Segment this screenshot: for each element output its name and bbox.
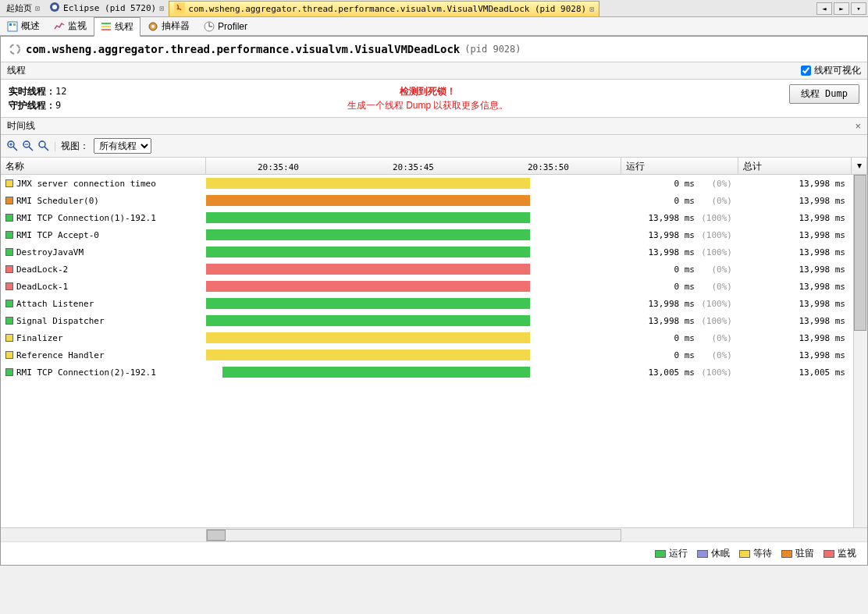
- close-timeline-icon[interactable]: ×: [855, 120, 861, 132]
- zoom-out-icon[interactable]: [23, 140, 34, 151]
- tab-label: 概述: [21, 20, 40, 33]
- tab-sampler[interactable]: 抽样器: [141, 16, 197, 36]
- thread-name: Finalizer: [16, 333, 63, 343]
- thread-bar: [206, 315, 530, 326]
- content-panel: com.wsheng.aggregator.thread.performance…: [0, 36, 868, 566]
- legend-item: 驻留: [781, 547, 814, 560]
- thread-state-icon: [5, 248, 13, 256]
- legend-item: 等待: [739, 547, 772, 560]
- eclipse-icon: [49, 2, 60, 15]
- thread-bar-cell: [206, 348, 621, 362]
- thread-name-cell: Signal Dispatcher: [1, 316, 206, 326]
- vertical-scrollbar[interactable]: [853, 175, 867, 527]
- col-running[interactable]: 运行: [621, 158, 738, 174]
- thread-bar: [206, 264, 530, 275]
- zoom-fit-icon[interactable]: [38, 140, 49, 151]
- thread-bar-cell: [206, 296, 621, 311]
- tab-overview[interactable]: 概述: [0, 16, 47, 36]
- app-tab-start[interactable]: 起始页 ⊠: [2, 1, 44, 16]
- thread-name: Attach Listener: [16, 299, 94, 309]
- tab-threads[interactable]: 线程: [94, 17, 141, 37]
- legend-swatch: [655, 550, 666, 558]
- thread-bar: [206, 178, 530, 189]
- svg-rect-4: [9, 23, 12, 26]
- stats-row: 实时线程：12 守护线程：9 检测到死锁！ 生成一个线程 Dump 以获取更多信…: [1, 80, 867, 117]
- thread-total-cell: 13,998 ms: [738, 213, 852, 223]
- app-tab-eclipse[interactable]: Eclipse (pid 5720) ⊠: [44, 1, 169, 16]
- thread-name-cell: RMI TCP Connection(2)-192.1: [1, 367, 206, 378]
- legend-label: 等待: [753, 547, 772, 560]
- thread-state-icon: [5, 351, 13, 359]
- thread-name-cell: RMI Scheduler(0): [1, 196, 206, 206]
- thread-row[interactable]: RMI TCP Connection(1)-192.1 13,998 ms(10…: [1, 209, 867, 226]
- sampler-icon: [148, 21, 158, 32]
- svg-rect-2: [174, 2, 185, 13]
- thread-state-icon: [5, 197, 13, 204]
- thread-state-icon: [5, 368, 13, 376]
- table-body: JMX server connection timeo 0 ms(0%) 13,…: [1, 175, 867, 527]
- app-tab-label: com.wsheng.aggregator.thread.performance…: [188, 4, 586, 14]
- thread-row[interactable]: Attach Listener 13,998 ms(100%) 13,998 m…: [1, 295, 867, 312]
- col-total[interactable]: 总计: [738, 158, 852, 174]
- col-name[interactable]: 名称: [1, 158, 206, 174]
- app-tab-visualvm[interactable]: com.wsheng.aggregator.thread.performance…: [169, 1, 599, 16]
- thread-bar-cell: [206, 176, 621, 190]
- visualize-checkbox[interactable]: [801, 66, 811, 76]
- thread-bar-cell: [206, 228, 621, 242]
- thread-row[interactable]: Signal Dispatcher 13,998 ms(100%) 13,998…: [1, 312, 867, 329]
- scrollbar-thumb[interactable]: [854, 175, 866, 331]
- legend-label: 运行: [669, 547, 688, 560]
- thread-row[interactable]: Reference Handler 0 ms(0%) 13,998 ms: [1, 346, 867, 364]
- time-tick: 20:35:45: [346, 160, 481, 172]
- thread-bar-cell: [206, 279, 621, 293]
- close-icon[interactable]: ⊠: [589, 5, 594, 13]
- thread-name-cell: DestroyJavaVM: [1, 247, 206, 257]
- deadlock-info: 生成一个线程 Dump 以获取更多信息。: [66, 98, 788, 112]
- profiler-icon: [204, 21, 215, 32]
- thread-name: Reference Handler: [16, 350, 105, 360]
- horizontal-scrollbar[interactable]: [1, 527, 867, 541]
- legend-item: 运行: [655, 547, 688, 560]
- thread-row[interactable]: RMI TCP Accept-0 13,998 ms(100%) 13,998 …: [1, 226, 867, 243]
- thread-bar-cell: [206, 193, 621, 208]
- timeline-toolbar: | 视图： 所有线程: [1, 135, 867, 158]
- thread-state-icon: [5, 317, 13, 325]
- thread-row[interactable]: DeadLock-2 0 ms(0%) 13,998 ms: [1, 261, 867, 278]
- live-threads-value: 12: [55, 86, 66, 97]
- thread-name-cell: RMI TCP Connection(1)-192.1: [1, 213, 206, 223]
- legend-swatch: [739, 550, 750, 558]
- zoom-in-icon[interactable]: [7, 140, 18, 151]
- thread-name: Signal Dispatcher: [16, 316, 105, 326]
- close-icon[interactable]: ⊠: [159, 4, 164, 12]
- close-icon[interactable]: ⊠: [35, 4, 40, 12]
- tab-profiler[interactable]: Profiler: [197, 18, 254, 35]
- nav-list-button[interactable]: ▾: [851, 2, 866, 15]
- thread-row[interactable]: JMX server connection timeo 0 ms(0%) 13,…: [1, 175, 867, 192]
- thread-row[interactable]: Finalizer 0 ms(0%) 13,998 ms: [1, 329, 867, 346]
- hscroll-thumb[interactable]: [207, 530, 226, 541]
- thread-row[interactable]: RMI TCP Connection(2)-192.1 13,005 ms(10…: [1, 364, 867, 381]
- thread-running-cell: 13,998 ms(100%): [621, 213, 738, 223]
- nav-next-button[interactable]: ►: [834, 2, 849, 15]
- tab-monitor[interactable]: 监视: [47, 16, 94, 36]
- thread-section-header: 线程 线程可视化: [1, 62, 867, 80]
- thread-row[interactable]: RMI Scheduler(0) 0 ms(0%) 13,998 ms: [1, 192, 867, 209]
- thread-section-label: 线程: [7, 64, 26, 77]
- thread-name: DeadLock-1: [16, 282, 68, 292]
- legend-swatch: [781, 550, 792, 558]
- visualize-checkbox-wrap[interactable]: 线程可视化: [801, 64, 861, 77]
- thread-row[interactable]: DeadLock-1 0 ms(0%) 13,998 ms: [1, 278, 867, 295]
- col-more-icon[interactable]: ▾: [852, 158, 867, 174]
- thread-name: RMI TCP Connection(1)-192.1: [16, 213, 156, 223]
- thread-dump-button[interactable]: 线程 Dump: [789, 84, 859, 104]
- thread-row[interactable]: DestroyJavaVM 13,998 ms(100%) 13,998 ms: [1, 243, 867, 261]
- svg-rect-7: [101, 26, 111, 27]
- tab-label: 监视: [68, 20, 87, 33]
- table-header: 名称 20:35:40 20:35:45 20:35:50 运行 总计 ▾: [1, 158, 867, 175]
- thread-name: RMI TCP Connection(2)-192.1: [16, 367, 156, 378]
- view-select[interactable]: 所有线程: [94, 138, 151, 154]
- nav-prev-button[interactable]: ◄: [816, 2, 832, 15]
- svg-point-1: [52, 5, 57, 9]
- app-tab-label: 起始页: [6, 2, 32, 14]
- nav-buttons: ◄ ► ▾: [816, 2, 866, 15]
